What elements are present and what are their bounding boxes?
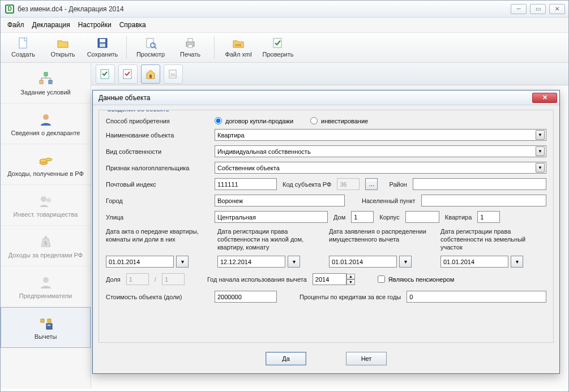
minimize-button[interactable]: ─ (511, 4, 527, 14)
svg-rect-12 (44, 72, 48, 76)
maximize-button[interactable]: ▭ (530, 4, 546, 14)
svg-point-20 (46, 198, 51, 203)
conditions-icon (37, 71, 55, 87)
menu-file[interactable]: Файл (7, 21, 24, 29)
interest-input[interactable] (407, 291, 546, 303)
object-groupbox: Сведения об объекте Способ приобретения … (99, 110, 554, 343)
menu-help[interactable]: Справка (119, 21, 146, 29)
sidebar-item-label: Инвест. товарищества (14, 211, 78, 218)
sub-toolbar: 20.. (91, 63, 568, 85)
svg-rect-2 (100, 39, 105, 42)
taxpayer-combo[interactable]: Собственник объекта▼ (215, 162, 546, 174)
taxpayer-label: Признак налогоплательщика (106, 165, 209, 171)
sidebar-item-label: Задание условий (20, 89, 70, 96)
close-button[interactable]: ✕ (549, 4, 565, 14)
cost-input[interactable] (215, 291, 277, 303)
moneybag-icon: $ (37, 234, 55, 249)
svg-rect-24 (48, 325, 49, 326)
subtab-other[interactable]: 20.. (164, 64, 183, 84)
sidebar-item-income-abroad[interactable]: $ Доходы за пределами РФ (1, 226, 91, 266)
svg-rect-0 (19, 38, 27, 48)
sidebar-item-label: Доходы, полученные в РФ (7, 170, 84, 177)
sidebar-item-income-rf[interactable]: Доходы, полученные в РФ (1, 144, 91, 185)
date3-picker-button[interactable]: ▾ (399, 256, 412, 268)
xml-file-icon: xml (232, 36, 245, 50)
subtab-social[interactable] (118, 64, 138, 84)
tool-print[interactable]: Печать (172, 35, 208, 59)
svg-point-19 (41, 196, 46, 202)
cancel-button[interactable]: Нет (346, 352, 387, 365)
sidebar-item-conditions[interactable]: Задание условий (1, 63, 91, 104)
radio-invest[interactable]: инвестирование (310, 117, 368, 124)
svg-text:$: $ (44, 240, 47, 246)
svg-rect-14 (49, 80, 52, 84)
postal-label: Почтовый индекс (106, 181, 209, 188)
sidebar-item-entre[interactable]: Предприниматели (1, 266, 91, 307)
sidebar-item-label: Сведения о декларанте (11, 130, 80, 136)
new-file-icon (16, 36, 30, 50)
sidebar-item-declarant[interactable]: Сведения о декларанте (1, 104, 91, 144)
spin-up-icon[interactable]: ▲ (346, 274, 355, 279)
settlement-input[interactable] (421, 195, 546, 206)
dialog-close-button[interactable]: ✕ (532, 93, 557, 103)
street-input[interactable] (215, 211, 328, 223)
date2-input[interactable] (217, 256, 285, 268)
pensioner-checkbox[interactable]: Являюсь пенсионером (378, 275, 454, 283)
object-dialog: Данные объекта ✕ Сведения об объекте Спо… (92, 90, 560, 374)
date1-label: Дата акта о передаче квартиры, комнаты и… (106, 227, 212, 252)
district-input[interactable] (413, 178, 546, 190)
person-icon (37, 111, 55, 127)
svg-text:20..: 20.. (170, 73, 177, 77)
tool-create[interactable]: Создать (5, 35, 41, 59)
main-window: D без имени.dc4 - Декларация 2014 ─ ▭ ✕ … (0, 0, 569, 392)
date2-picker-button[interactable]: ▾ (288, 256, 300, 268)
spin-down-icon[interactable]: ▼ (346, 279, 355, 285)
city-label: Город (106, 197, 209, 204)
tool-xml[interactable]: xml Файл xml (220, 35, 256, 59)
tool-check[interactable]: Проверить (260, 35, 296, 59)
svg-rect-13 (40, 80, 43, 84)
menu-settings[interactable]: Настройки (78, 21, 112, 29)
year-start-input[interactable] (313, 273, 346, 285)
district-label: Район (389, 181, 407, 188)
year-start-spinner[interactable]: ▲▼ (313, 273, 355, 285)
coins-icon (37, 152, 55, 168)
share-num-input (126, 273, 149, 285)
ownership-combo[interactable]: Индивидуальная собственность▼ (215, 145, 546, 157)
building-input[interactable] (405, 211, 439, 223)
tool-save[interactable]: Сохранить (84, 35, 121, 59)
date3-input[interactable] (329, 256, 397, 268)
chevron-down-icon: ▼ (536, 130, 545, 140)
date4-input[interactable] (440, 256, 508, 268)
region-lookup-button[interactable]: … (365, 178, 378, 190)
subtab-standard[interactable] (96, 64, 115, 84)
postal-input[interactable] (215, 178, 277, 190)
date1-picker-button[interactable]: ▾ (176, 256, 189, 268)
svg-point-18 (45, 158, 52, 161)
city-input[interactable] (215, 195, 345, 206)
flat-input[interactable] (477, 211, 500, 223)
subtab-property[interactable] (141, 64, 160, 84)
svg-rect-23 (46, 324, 52, 329)
dialog-titlebar: Данные объекта ✕ (93, 91, 559, 105)
radio-sale[interactable]: договор купли-продажи (215, 117, 293, 124)
share-den-input (162, 273, 185, 285)
sidebar-item-deductions[interactable]: Вычеты (1, 307, 91, 348)
main-toolbar: Создать Открыть Сохранить Просмо (1, 33, 568, 63)
date4-picker-button[interactable]: ▾ (511, 256, 523, 268)
date2-label: Дата регистрации права собственности на … (217, 227, 323, 252)
save-icon (96, 36, 109, 50)
interest-label: Проценты по кредитам за все годы (300, 294, 401, 300)
ok-button[interactable]: Да (266, 352, 306, 365)
app-icon: D (5, 5, 14, 14)
folder-open-icon (56, 36, 70, 50)
sidebar-item-invest[interactable]: Инвест. товарищества (1, 185, 91, 226)
tool-preview[interactable]: Просмотр (132, 35, 169, 59)
house-input[interactable] (351, 211, 374, 223)
obj-name-combo[interactable]: Квартира▼ (215, 129, 546, 141)
date1-input[interactable] (106, 256, 174, 268)
sidebar: Задание условий Сведения о декларанте До… (1, 63, 91, 389)
tool-open[interactable]: Открыть (45, 35, 81, 59)
menu-declaration[interactable]: Декларация (32, 21, 70, 29)
invest-icon (37, 193, 55, 209)
